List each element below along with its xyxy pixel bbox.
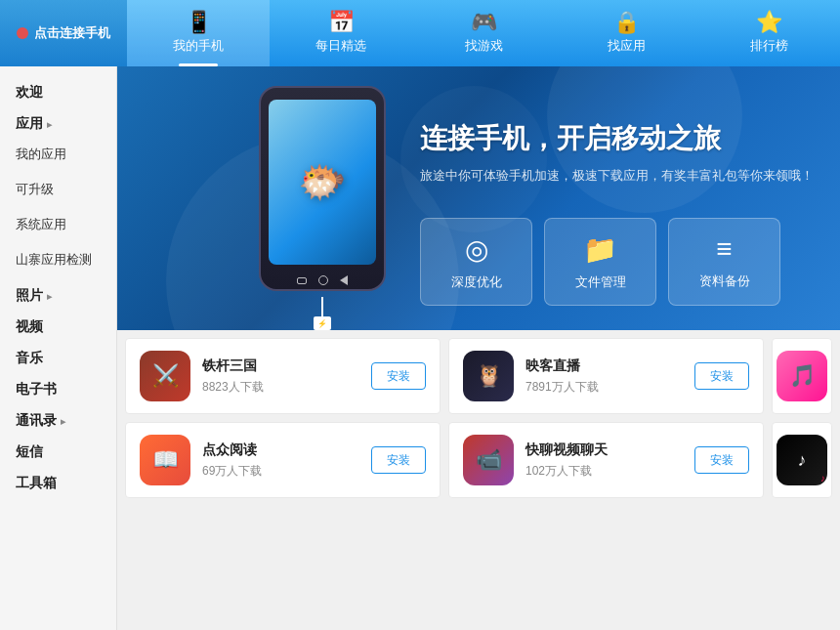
deep-optimize-button[interactable]: ◎ 深度优化 [420, 218, 532, 306]
sidebar: 欢迎 应用 ▸ 我的应用 可升级 系统应用 山寨应用检测 照片 ▸ 视频 音乐 … [0, 66, 117, 630]
app-downloads-ykzb: 7891万人下载 [525, 379, 683, 396]
install-button-ykzb[interactable]: 安装 [694, 362, 749, 390]
file-manager-button[interactable]: 📁 文件管理 [544, 218, 656, 306]
apps-row-2: 📖 点众阅读 69万人下载 安装 📹 快聊视频聊天 102万人下载 安装 [117, 418, 840, 506]
main-area: 欢迎 应用 ▸ 我的应用 可升级 系统应用 山寨应用检测 照片 ▸ 视频 音乐 … [0, 66, 840, 630]
app-card-partial-1: 🎵 [772, 338, 832, 414]
tab-daily[interactable]: 📅 每日精选 [270, 0, 412, 66]
phone-nav-rect [297, 277, 307, 284]
banner-actions: ◎ 深度优化 📁 文件管理 ≡ 资料备份 [420, 218, 780, 306]
banner: 🐡 ⚡ 连接手机，开启移动之旅 旅途中你可体验手机加速，极速下载应用，有奖丰富礼… [117, 66, 840, 330]
logo-icon [17, 27, 28, 39]
install-button-kl[interactable]: 安装 [694, 446, 749, 474]
app-info-kl: 快聊视频聊天 102万人下载 [525, 441, 683, 480]
backup-label: 资料备份 [699, 273, 750, 290]
app-info-dz: 点众阅读 69万人下载 [202, 441, 359, 480]
app-logo[interactable]: 点击连接手机 [0, 0, 127, 66]
sidebar-item-toolbox[interactable]: 工具箱 [0, 465, 116, 496]
apps-row-1: ⚔️ 铁杆三国 8823人下载 安装 🦉 映客直播 7891万人下载 安装 [117, 330, 840, 418]
phone-nav-back [340, 275, 348, 285]
app-card-tg[interactable]: ⚔️ 铁杆三国 8823人下载 安装 [125, 338, 441, 414]
app-downloads-tg: 8823人下载 [202, 379, 359, 396]
banner-subtitle: 旅途中你可体验手机加速，极速下载应用，有奖丰富礼包等你来领哦！ [420, 167, 814, 185]
app-info-tg: 铁杆三国 8823人下载 [202, 357, 359, 396]
find-app-icon: 🔒 [613, 12, 640, 33]
install-button-dz[interactable]: 安装 [371, 446, 426, 474]
app-icon-tg: ⚔️ [140, 351, 190, 401]
phone-screen: 🐡 [269, 100, 376, 265]
tab-daily-label: 每日精选 [315, 37, 366, 55]
top-navigation: 点击连接手机 📱 我的手机 📅 每日精选 🎮 找游戏 🔒 找应用 ⭐ 排行榜 [0, 0, 840, 66]
sidebar-item-apps[interactable]: 应用 ▸ [0, 105, 116, 137]
sidebar-item-contacts[interactable]: 通讯录 ▸ [0, 402, 116, 434]
sidebar-item-pirated-apps[interactable]: 山寨应用检测 [0, 242, 116, 277]
ranking-icon: ⭐ [756, 12, 782, 33]
tab-find-game-label: 找游戏 [465, 37, 503, 55]
tab-ranking[interactable]: ⭐ 排行榜 [697, 0, 840, 66]
logo-text: 点击连接手机 [34, 24, 110, 42]
tab-find-game[interactable]: 🎮 找游戏 [412, 0, 555, 66]
app-card-kl[interactable]: 📹 快聊视频聊天 102万人下载 安装 [448, 422, 764, 498]
tab-find-app-label: 找应用 [608, 37, 646, 55]
tab-my-phone-label: 我的手机 [173, 37, 224, 55]
app-icon-dz: 📖 [140, 435, 190, 485]
banner-text-area: 连接手机，开启移动之旅 旅途中你可体验手机加速，极速下载应用，有奖丰富礼包等你来… [420, 120, 814, 214]
chevron-right-icon-2: ▸ [61, 416, 65, 427]
sidebar-item-video[interactable]: 视频 [0, 309, 116, 340]
phone-body: 🐡 [259, 86, 386, 291]
app-name-kl: 快聊视频聊天 [525, 441, 683, 459]
app-icon-kl: 📹 [463, 435, 514, 485]
sidebar-item-my-apps[interactable]: 我的应用 [0, 137, 116, 172]
sidebar-item-sms[interactable]: 短信 [0, 434, 116, 465]
fish-icon: 🐡 [298, 159, 347, 205]
banner-title: 连接手机，开启移动之旅 [420, 120, 814, 157]
app-name-tg: 铁杆三国 [202, 357, 359, 375]
phone-illustration: 🐡 ⚡ [259, 86, 386, 301]
sidebar-welcome: 欢迎 [0, 74, 116, 105]
content-panel: 🐡 ⚡ 连接手机，开启移动之旅 旅途中你可体验手机加速，极速下载应用，有奖丰富礼… [117, 66, 840, 630]
folder-icon: 📁 [583, 233, 617, 266]
sidebar-item-ebook[interactable]: 电子书 [0, 371, 116, 402]
app-card-dz[interactable]: 📖 点众阅读 69万人下载 安装 [125, 422, 441, 498]
usb-wire [321, 297, 323, 316]
nav-tabs: 📱 我的手机 📅 每日精选 🎮 找游戏 🔒 找应用 ⭐ 排行榜 [127, 0, 840, 66]
install-button-tg[interactable]: 安装 [371, 362, 426, 390]
app-downloads-dz: 69万人下载 [202, 463, 359, 480]
app-card-ykzb[interactable]: 🦉 映客直播 7891万人下载 安装 [448, 338, 764, 414]
tab-find-app[interactable]: 🔒 找应用 [555, 0, 697, 66]
find-game-icon: 🎮 [471, 12, 497, 33]
app-info-ykzb: 映客直播 7891万人下载 [525, 357, 683, 396]
my-phone-icon: 📱 [186, 12, 212, 33]
file-manager-label: 文件管理 [575, 273, 626, 291]
app-icon-ykzb: 🦉 [463, 351, 514, 401]
optimize-icon: ◎ [465, 233, 488, 266]
sidebar-item-music[interactable]: 音乐 [0, 340, 116, 371]
sidebar-item-photos[interactable]: 照片 ▸ [0, 277, 116, 309]
app-name-dz: 点众阅读 [202, 441, 359, 459]
chevron-down-icon: ▸ [47, 119, 52, 130]
backup-button[interactable]: ≡ 资料备份 [668, 218, 780, 306]
chevron-right-icon: ▸ [47, 291, 52, 302]
usb-plug: ⚡ [314, 316, 331, 330]
sidebar-item-upgradable[interactable]: 可升级 [0, 172, 116, 207]
optimize-label: 深度优化 [451, 273, 502, 291]
backup-icon: ≡ [716, 233, 732, 265]
phone-nav-home [318, 275, 328, 285]
sidebar-item-system-apps[interactable]: 系统应用 [0, 207, 116, 242]
tab-ranking-label: 排行榜 [750, 37, 788, 55]
app-icon-partial-2: ♪ ♪ [777, 435, 827, 485]
app-card-partial-2: ♪ ♪ [772, 422, 832, 498]
daily-icon: 📅 [328, 12, 355, 33]
app-downloads-kl: 102万人下载 [525, 463, 683, 480]
usb-connector: ⚡ [314, 297, 331, 330]
app-name-ykzb: 映客直播 [525, 357, 683, 375]
app-icon-partial-1: 🎵 [777, 351, 827, 401]
phone-nav-bar [297, 275, 348, 285]
tab-my-phone[interactable]: 📱 我的手机 [127, 0, 270, 66]
